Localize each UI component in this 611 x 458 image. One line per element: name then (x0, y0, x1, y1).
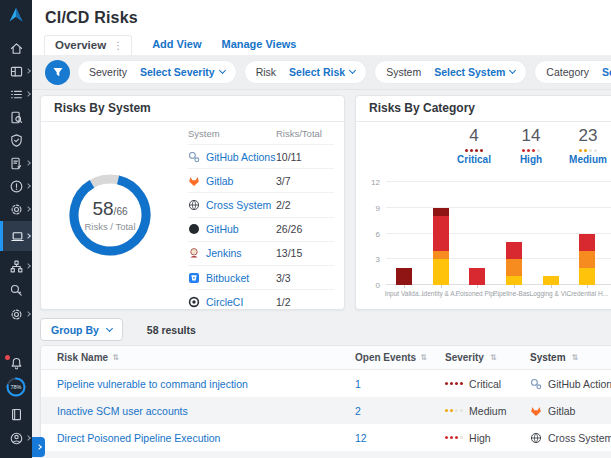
open-events-link[interactable]: 2 (355, 405, 361, 417)
tab-overview[interactable]: Overview ⋮ (44, 35, 132, 55)
page-header: CI/CD Risks (32, 0, 611, 33)
task-list-icon (9, 87, 24, 102)
sort-icon[interactable]: ⇅ (112, 353, 119, 362)
column-header-system[interactable]: System⇅ (530, 352, 611, 363)
tab-manage-views-label: Manage Views (221, 38, 296, 50)
sidebar-expand-button[interactable] (32, 437, 45, 457)
list-item: GitHub 26/26 (188, 217, 334, 241)
sidebar-item-notifications[interactable] (0, 352, 32, 374)
github-actions-icon (188, 151, 200, 163)
sidebar: 78% (0, 0, 32, 458)
sidebar-item-document-search[interactable] (0, 106, 32, 128)
group-by-button[interactable]: Group By (40, 318, 123, 341)
stat-critical-label[interactable]: Critical (452, 154, 496, 165)
system-link[interactable]: Bitbucket (188, 272, 276, 284)
system-risks-total: 3/7 (276, 175, 334, 187)
filter-risk-select[interactable]: Select Risk (289, 66, 355, 78)
cross-system-icon (188, 199, 200, 211)
stat-medium-count: 23 (566, 126, 610, 146)
shield-check-icon (9, 133, 24, 148)
stat-high-label[interactable]: High (509, 154, 553, 165)
risks-by-system-card: Risks By System 58/66 Risks / Total Syst… (40, 95, 345, 310)
system-link[interactable]: GitHub (188, 223, 276, 235)
sidebar-item-shield[interactable] (0, 129, 32, 151)
severity-dots (509, 149, 553, 152)
risk-name-link[interactable]: Inactive SCM user accounts (57, 405, 188, 417)
severity-dots (566, 149, 610, 152)
stat-medium-label[interactable]: Medium (566, 154, 610, 165)
progress-ring-icon: 78% (5, 376, 27, 398)
sidebar-item-compute-active[interactable] (0, 221, 32, 251)
jenkins-icon (188, 247, 200, 259)
sidebar-item-docs[interactable] (0, 403, 32, 425)
table-row[interactable]: Direct Poisoned Pipeline Execution 12 Hi… (41, 424, 611, 451)
system-link[interactable]: Jenkins (188, 247, 276, 259)
chevron-down-icon (509, 67, 516, 74)
stat-high[interactable]: 14 High (509, 126, 553, 165)
filter-severity[interactable]: Severity Select Severity (77, 60, 237, 84)
severity-dots (445, 409, 463, 412)
stat-critical[interactable]: 4 Critical (452, 126, 496, 165)
network-icon (9, 259, 24, 274)
sort-icon[interactable]: ⇅ (420, 353, 427, 362)
table-row[interactable]: Pipeline vulnerable to command injection… (41, 370, 611, 397)
filter-bar: Severity Select Severity Risk Select Ris… (32, 55, 611, 90)
sidebar-item-alerts[interactable] (0, 175, 32, 197)
chevron-down-icon (106, 324, 113, 331)
sidebar-item-home[interactable] (0, 37, 32, 59)
filter-risk[interactable]: Risk Select Risk (244, 60, 367, 84)
notification-badge (5, 355, 10, 360)
open-events-link[interactable]: 12 (355, 432, 367, 444)
sidebar-item-settings[interactable] (0, 198, 32, 220)
user-circle-icon (9, 431, 24, 446)
bar-1: Input Valida... (386, 182, 423, 285)
stat-medium[interactable]: 23 Medium (566, 126, 610, 165)
filter-severity-select[interactable]: Select Severity (140, 66, 225, 78)
filter-category[interactable]: Category Select Category (534, 60, 611, 84)
sort-icon[interactable]: ⇅ (572, 353, 579, 362)
progress-label: 78% (10, 384, 21, 390)
column-header-risk-name[interactable]: Risk Name⇅ (41, 352, 355, 363)
category-chart-plot: Input Valida...Identity & A...Poisoned P… (386, 182, 611, 285)
gitlab-icon (530, 405, 542, 417)
donut-total: /66 (114, 206, 128, 217)
chevron-down-icon (349, 67, 356, 74)
filter-system-label: System (386, 66, 421, 78)
sidebar-item-document-check[interactable] (0, 152, 32, 174)
sidebar-item-boards[interactable] (0, 60, 32, 82)
risk-name-link[interactable]: Direct Poisoned Pipeline Execution (57, 432, 220, 444)
table-toolbar: Group By 58 results (40, 318, 196, 341)
sort-icon[interactable]: ⇅ (490, 353, 497, 362)
tab-menu-kebab-icon[interactable]: ⋮ (113, 40, 123, 51)
open-events-link[interactable]: 1 (355, 378, 361, 390)
sidebar-item-network[interactable] (0, 255, 32, 277)
category-bar-chart: 036912 Input Valida...Identity & A...Poi… (364, 182, 611, 307)
system-link[interactable]: GitHub Actions (188, 151, 276, 163)
table-row[interactable]: Inactive SCM user accounts 2 Medium Gitl… (41, 397, 611, 424)
app-logo-icon[interactable] (7, 6, 25, 28)
donut-value: 58 (92, 198, 113, 219)
tab-add-view[interactable]: Add View (152, 38, 201, 55)
system-link[interactable]: CircleCI (188, 296, 276, 308)
risks-donut-chart: 58/66 Risks / Total (67, 172, 153, 258)
tab-manage-views[interactable]: Manage Views (221, 38, 296, 55)
column-header-severity[interactable]: Severity⇅ (445, 352, 530, 363)
sidebar-item-account[interactable] (0, 427, 32, 449)
filter-funnel-button[interactable] (45, 60, 70, 85)
chevron-right-icon (25, 68, 31, 74)
system-risks-total: 1/2 (276, 296, 334, 308)
sidebar-item-task-list[interactable] (0, 83, 32, 105)
sidebar-item-usage-progress[interactable]: 78% (0, 375, 32, 399)
filter-system[interactable]: System Select System (374, 60, 527, 84)
bar-4: Pipeline-Bas... (496, 182, 533, 285)
sidebar-item-admin-settings[interactable] (0, 303, 32, 325)
boards-icon (9, 64, 24, 79)
sidebar-item-audit[interactable] (0, 279, 32, 301)
filter-category-select[interactable]: Select Category (602, 66, 611, 78)
filter-system-select[interactable]: Select System (434, 66, 515, 78)
system-link[interactable]: Gitlab (188, 175, 276, 187)
group-by-label: Group By (51, 324, 99, 336)
column-header-open-events[interactable]: Open Events⇅ (355, 352, 445, 363)
system-link[interactable]: Cross System (188, 199, 276, 211)
risk-name-link[interactable]: Pipeline vulnerable to command injection (57, 378, 248, 390)
